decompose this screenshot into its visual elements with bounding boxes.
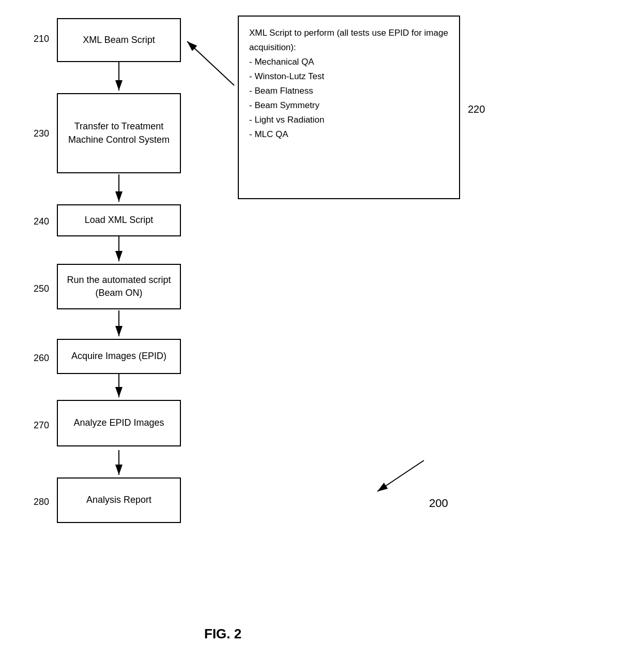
box-load-xml: Load XML Script — [57, 204, 181, 236]
ref-200: 200 — [429, 497, 448, 510]
ref-260: 260 — [34, 353, 49, 364]
svg-line-7 — [187, 41, 234, 85]
box-acquire-images: Acquire Images (EPID) — [57, 339, 181, 374]
ref-240: 240 — [34, 216, 49, 227]
box-xml-beam-script: XML Beam Script — [57, 18, 181, 62]
box-transfer: Transfer to Treatment Machine Control Sy… — [57, 93, 181, 173]
box-analyze-epid: Analyze EPID Images — [57, 400, 181, 446]
ref-210: 210 — [34, 34, 49, 44]
ref-220: 220 — [468, 103, 485, 115]
ref-250: 250 — [34, 283, 49, 294]
box-analysis-report: Analysis Report — [57, 477, 181, 523]
ref-230: 230 — [34, 128, 49, 139]
diagram-container: XML Beam Script 210 Transfer to Treatmen… — [0, 0, 641, 672]
ref-280: 280 — [34, 497, 49, 507]
svg-line-8 — [377, 460, 424, 491]
figure-label: FIG. 2 — [204, 626, 241, 642]
annotation-box-220: XML Script to perform (all tests use EPI… — [238, 16, 460, 199]
box-run-script: Run the automated script (Beam ON) — [57, 264, 181, 309]
annotation-text: XML Script to perform (all tests use EPI… — [249, 26, 449, 142]
ref-270: 270 — [34, 420, 49, 431]
